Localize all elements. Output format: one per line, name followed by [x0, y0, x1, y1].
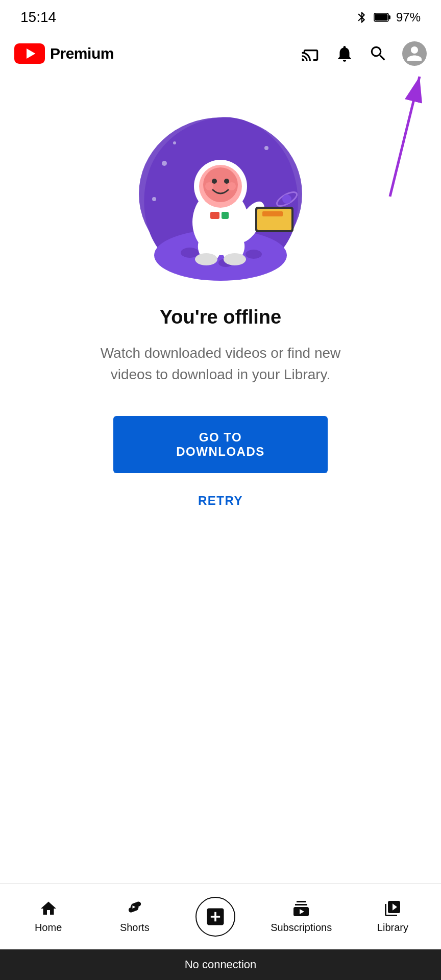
- search-icon[interactable]: [369, 44, 388, 63]
- create-icon: [204, 905, 227, 928]
- bluetooth-icon: [355, 11, 369, 24]
- app-bar-actions: [301, 41, 427, 66]
- main-content: You're offline Watch downloaded videos o…: [0, 77, 441, 518]
- svg-point-11: [246, 250, 262, 259]
- nav-home[interactable]: Home: [23, 899, 74, 934]
- svg-point-32: [162, 161, 167, 166]
- no-connection-bar: No connection: [0, 949, 441, 980]
- nav-shorts[interactable]: Shorts: [109, 899, 160, 934]
- svg-point-30: [195, 253, 217, 265]
- nav-library[interactable]: Library: [367, 899, 418, 934]
- go-to-downloads-button[interactable]: GO TO DOWNLOADS: [113, 416, 328, 473]
- nav-subscriptions-label: Subscriptions: [271, 922, 332, 934]
- offline-subtitle: Watch downloaded videos or find new vide…: [83, 342, 358, 385]
- svg-point-35: [152, 197, 156, 201]
- svg-point-9: [181, 248, 199, 258]
- svg-point-19: [224, 179, 229, 184]
- app-title: Premium: [50, 45, 114, 62]
- shorts-icon: [126, 899, 144, 918]
- cast-icon[interactable]: [301, 44, 321, 63]
- svg-rect-23: [222, 212, 229, 219]
- bottom-nav: Home Shorts Subscriptions Library: [0, 883, 441, 949]
- no-connection-text: No connection: [185, 958, 257, 971]
- app-logo[interactable]: Premium: [14, 43, 114, 64]
- battery-percent: 97%: [396, 10, 421, 24]
- nav-home-label: Home: [35, 922, 62, 934]
- nav-shorts-label: Shorts: [120, 922, 150, 934]
- library-icon: [383, 899, 402, 918]
- home-icon: [39, 899, 58, 918]
- offline-title: You're offline: [160, 306, 281, 328]
- svg-point-21: [228, 182, 236, 190]
- svg-point-34: [264, 146, 268, 150]
- svg-rect-1: [388, 15, 390, 19]
- svg-rect-22: [210, 212, 219, 219]
- account-icon[interactable]: [402, 41, 427, 66]
- svg-point-33: [173, 141, 176, 144]
- svg-point-31: [224, 253, 246, 265]
- nav-subscriptions[interactable]: Subscriptions: [271, 899, 332, 934]
- status-bar: 15:14 97%: [0, 0, 441, 31]
- status-time: 15:14: [20, 9, 56, 26]
- notification-icon[interactable]: [335, 44, 354, 63]
- svg-rect-27: [262, 211, 283, 216]
- retry-button[interactable]: RETRY: [198, 494, 243, 508]
- nav-create[interactable]: [195, 897, 235, 937]
- svg-point-20: [205, 182, 213, 190]
- status-icons: 97%: [355, 10, 421, 24]
- offline-image: [124, 97, 317, 281]
- svg-point-18: [212, 179, 217, 184]
- youtube-logo-icon: [14, 43, 45, 64]
- nav-library-label: Library: [377, 922, 408, 934]
- app-bar: Premium: [0, 31, 441, 77]
- svg-point-13: [282, 194, 291, 204]
- offline-illustration: [124, 97, 317, 281]
- battery-icon: [374, 11, 391, 24]
- subscriptions-icon: [292, 899, 310, 918]
- svg-rect-2: [375, 14, 387, 21]
